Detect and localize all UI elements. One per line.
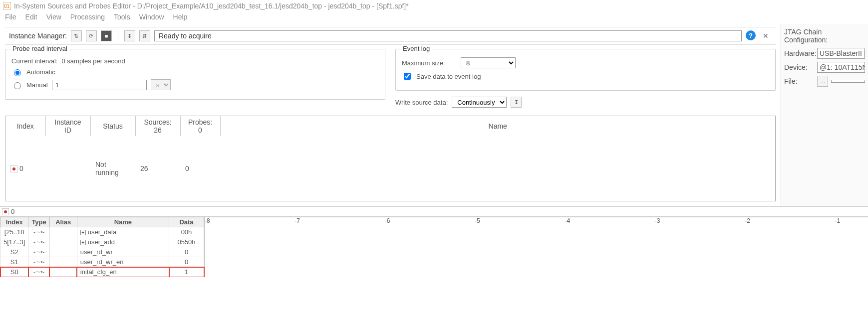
write-mode-select[interactable]: Continuously — [452, 97, 507, 108]
instance-row[interactable]: 0 Not running 26 0 — [5, 136, 775, 201]
sig-data: 00h — [169, 227, 204, 237]
tick-label: -6 — [385, 217, 390, 224]
menu-view[interactable]: View — [46, 13, 61, 21]
svg-point-3 — [12, 167, 15, 170]
window-title: In-System Sources and Probes Editor - D:… — [14, 2, 409, 10]
menu-help[interactable]: Help — [173, 13, 188, 21]
sig-data: 1 — [169, 267, 204, 277]
sig-name: user_rd_wr — [77, 247, 169, 257]
instance-id — [45, 136, 90, 201]
instance-index: 0 — [19, 164, 23, 172]
close-panel-button[interactable]: ✕ — [760, 30, 772, 41]
sigcol-alias[interactable]: Alias — [49, 217, 77, 227]
col-index[interactable]: Index — [5, 116, 45, 136]
manual-value-input[interactable] — [52, 80, 147, 90]
device-field[interactable]: @1: 10AT115N(2 — [817, 62, 865, 73]
device-label: Device: — [784, 63, 814, 71]
tick-label: -2 — [745, 217, 750, 224]
sigcol-name[interactable]: Name — [77, 217, 169, 227]
sig-type-icon: -⁓•- — [28, 257, 49, 267]
sig-name: +user_data — [77, 227, 169, 237]
sig-type-icon: -⁓•- — [28, 227, 49, 237]
continuous-read-button[interactable]: ⟳ — [86, 30, 97, 41]
automatic-radio[interactable] — [14, 69, 21, 76]
help-icon[interactable]: ? — [746, 30, 756, 40]
col-probes[interactable]: Probes: 0 — [180, 116, 220, 136]
sig-data: 0 — [169, 257, 204, 267]
menu-processing[interactable]: Processing — [70, 13, 105, 21]
col-name[interactable]: Name — [220, 116, 775, 136]
stop-button[interactable]: ■ — [101, 30, 112, 41]
col-instanceid[interactable]: Instance ID — [45, 116, 90, 136]
sig-index: S0 — [0, 267, 28, 277]
jtag-title: JTAG Chain Configuration: — [784, 28, 865, 44]
event-legend: Event log — [401, 45, 432, 52]
col-status[interactable]: Status — [90, 116, 135, 136]
app-icon: 01 — [3, 2, 11, 10]
toolbar-divider — [118, 30, 118, 41]
sig-data: 0 — [169, 247, 204, 257]
sig-index: 5[17..3] — [0, 237, 28, 247]
probe-read-interval-group: Probe read interval Current interval: 0 … — [5, 49, 385, 100]
sig-index: [25..18 — [0, 227, 28, 237]
signal-row[interactable]: 5[17..3]-⁓•-+user_add0550h — [0, 237, 204, 247]
menu-file[interactable]: File — [5, 13, 16, 21]
signal-row[interactable]: S0-⁓•-inital_cfg_en1 — [0, 267, 204, 277]
manual-unit-select[interactable]: s — [151, 79, 171, 90]
manual-radio[interactable] — [14, 82, 21, 89]
signal-row[interactable]: S1-⁓•-user_rd_wr_en0 — [0, 257, 204, 267]
event-log-group: Event log Maximum size: 8 Save data to e… — [395, 49, 776, 91]
signals-table: Index Type Alias Name Data [25..18-⁓•-+u… — [0, 217, 204, 277]
manual-label: Manual — [26, 81, 48, 89]
current-interval-value: 0 samples per second — [61, 57, 125, 65]
col-sources[interactable]: Sources: 26 — [135, 116, 180, 136]
menu-edit[interactable]: Edit — [25, 13, 37, 21]
tick-label: -1 — [835, 217, 841, 224]
instance-sources: 26 — [135, 136, 180, 201]
jtag-panel: JTAG Chain Configuration: Hardware: USB-… — [781, 24, 868, 206]
sig-data: 0550h — [169, 237, 204, 247]
hardware-field[interactable]: USB-BlasterII [US — [817, 48, 865, 59]
menu-window[interactable]: Window — [139, 13, 164, 21]
write-source-button[interactable]: ↧ — [124, 30, 135, 41]
max-size-select[interactable]: 8 — [461, 57, 516, 68]
sig-alias — [49, 267, 77, 277]
signal-row[interactable]: S2-⁓•-user_rd_wr0 — [0, 247, 204, 257]
write-now-button[interactable]: ↧ — [511, 97, 522, 108]
read-probe-button[interactable]: ⇅ — [71, 30, 82, 41]
sigcol-data[interactable]: Data — [169, 217, 204, 227]
signals-area: Index Type Alias Name Data [25..18-⁓•-+u… — [0, 217, 868, 277]
signal-row[interactable]: [25..18-⁓•-+user_data00h — [0, 227, 204, 237]
sig-index: S2 — [0, 247, 28, 257]
sigcol-type[interactable]: Type — [28, 217, 49, 227]
menubar: File Edit View Processing Tools Window H… — [0, 12, 868, 24]
toggle-button[interactable]: ⇵ — [139, 30, 150, 41]
sig-alias — [49, 247, 77, 257]
file-browse-button[interactable]: … — [817, 76, 828, 87]
instance-manager-toolbar: Instance Manager: ⇅ ⟳ ■ ↧ ⇵ Ready to acq… — [5, 27, 776, 45]
menu-tools[interactable]: Tools — [114, 13, 130, 21]
sig-type-icon: -⁓•- — [28, 237, 49, 247]
tick-label: -5 — [475, 217, 480, 224]
file-field[interactable] — [831, 80, 865, 83]
expand-icon[interactable]: + — [80, 240, 86, 245]
sig-index: S1 — [0, 257, 28, 267]
sig-type-icon: -⁓•- — [28, 247, 49, 257]
sig-type-icon: -⁓•- — [28, 267, 49, 277]
save-event-log-checkbox[interactable] — [404, 73, 411, 80]
sigcol-index[interactable]: Index — [0, 217, 28, 227]
instance-name — [220, 136, 775, 201]
time-ruler: -8-7-6-5-4-3-2-1 — [205, 217, 868, 226]
tick-label: -4 — [565, 217, 570, 224]
tick-label: -3 — [655, 217, 660, 224]
instance-probes: 0 — [180, 136, 220, 201]
write-source-label: Write source data: — [395, 99, 448, 106]
status-text: Ready to acquire — [154, 30, 742, 41]
svg-text:01: 01 — [4, 3, 10, 9]
tick-label: -7 — [294, 217, 300, 224]
file-label: File: — [784, 77, 814, 85]
expand-icon[interactable]: + — [80, 230, 86, 235]
signals-header: 0 — [0, 206, 868, 217]
save-event-log-label: Save data to event log — [416, 73, 481, 80]
signals-inst-label: 0 — [11, 208, 14, 215]
